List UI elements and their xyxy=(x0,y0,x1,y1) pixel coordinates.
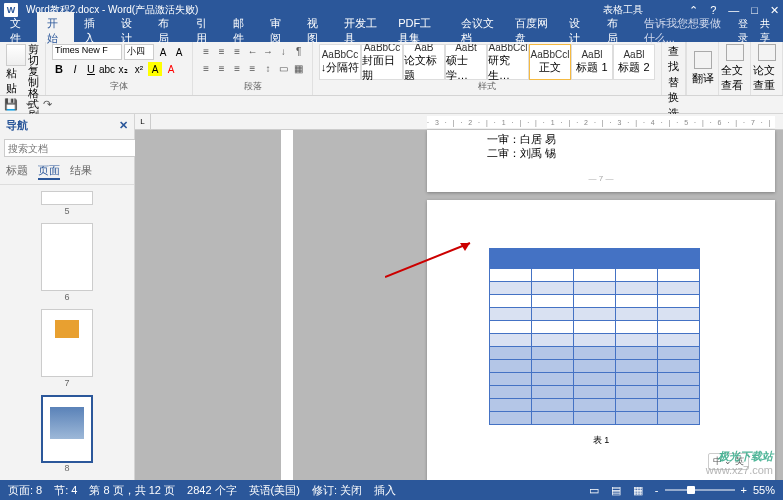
zoom-level[interactable]: 55% xyxy=(753,484,775,496)
font-size-select[interactable]: 小四 xyxy=(124,44,154,60)
borders-button[interactable]: ▦ xyxy=(292,61,306,76)
increase-font-icon[interactable]: A xyxy=(156,45,170,59)
copy-button[interactable]: 复制 xyxy=(28,66,39,88)
nav-tab-pages[interactable]: 页面 xyxy=(38,163,60,180)
page-thumb-8[interactable]: 8 xyxy=(41,395,93,463)
horizontal-ruler[interactable]: · 3 · | · 2 · | · 1 · | · | · 1 · | · 2 … xyxy=(427,116,775,128)
align-right-button[interactable]: ≡ xyxy=(230,61,244,76)
status-words[interactable]: 2842 个字 xyxy=(187,483,237,498)
decrease-font-icon[interactable]: A xyxy=(172,45,186,59)
doc-line1: 一审：白居 易 xyxy=(487,132,715,146)
restore-button[interactable]: □ xyxy=(751,4,758,17)
bold-button[interactable]: B xyxy=(52,62,66,76)
numbering-button[interactable]: ≡ xyxy=(214,44,228,59)
table-caption: 表 1 xyxy=(427,434,775,447)
increase-indent-button[interactable]: → xyxy=(261,44,275,59)
justify-button[interactable]: ≡ xyxy=(245,61,259,76)
translate-group[interactable]: 翻译 xyxy=(686,42,718,95)
page-thumb-7[interactable]: 7 xyxy=(41,309,93,377)
document-page-7[interactable]: 一审：白居 易 二审：刘禹 锡 — 7 — xyxy=(427,130,775,192)
doc-line2: 二审：刘禹 锡 xyxy=(487,146,715,160)
font-color-button[interactable]: A xyxy=(164,62,178,76)
status-pageof: 第 8 页，共 12 页 xyxy=(89,483,175,498)
signin-link[interactable]: 登录 xyxy=(738,17,753,45)
nav-tab-headings[interactable]: 标题 xyxy=(6,163,28,180)
document-table[interactable] xyxy=(489,248,700,425)
underline-button[interactable]: U xyxy=(84,62,98,76)
nav-close-icon[interactable]: ✕ xyxy=(119,119,128,132)
strike-button[interactable]: abc xyxy=(100,62,114,76)
vertical-ruler[interactable] xyxy=(281,130,293,480)
align-left-button[interactable]: ≡ xyxy=(199,61,213,76)
fullview-group[interactable]: 全文 查看 xyxy=(718,42,750,95)
line-spacing-button[interactable]: ↕ xyxy=(261,61,275,76)
view-print-icon[interactable]: ▤ xyxy=(611,484,621,497)
close-button[interactable]: ✕ xyxy=(770,4,779,17)
watermark: 极光下载站 www.xz7.com xyxy=(706,449,773,476)
cut-button[interactable]: 剪切 xyxy=(28,44,39,66)
nav-title: 导航 xyxy=(6,118,28,133)
document-page-8[interactable]: 表 1 xyxy=(427,200,775,480)
page-thumb-6[interactable]: 6 xyxy=(41,223,93,291)
ruler-corner[interactable]: L xyxy=(135,114,151,129)
view-web-icon[interactable]: ▦ xyxy=(633,484,643,497)
group-font-label: 字体 xyxy=(52,80,186,93)
find-button[interactable]: 查找 xyxy=(668,44,679,74)
qat-redo-icon[interactable]: ↷ xyxy=(43,98,52,111)
sort-button[interactable]: ↓ xyxy=(276,44,290,59)
status-track[interactable]: 修订: 关闭 xyxy=(312,483,362,498)
status-insert[interactable]: 插入 xyxy=(374,483,396,498)
decrease-indent-button[interactable]: ← xyxy=(245,44,259,59)
highlight-button[interactable]: A xyxy=(148,62,162,76)
view-read-icon[interactable]: ▭ xyxy=(589,484,599,497)
subscript-button[interactable]: x₂ xyxy=(116,62,130,76)
shading-button[interactable]: ▭ xyxy=(276,61,290,76)
nav-search-input[interactable] xyxy=(4,139,139,157)
multilevel-button[interactable]: ≡ xyxy=(230,44,244,59)
status-section: 节: 4 xyxy=(54,483,77,498)
status-lang[interactable]: 英语(美国) xyxy=(249,483,300,498)
page-thumb-5[interactable]: 5 xyxy=(41,191,93,205)
replace-button[interactable]: 替换 xyxy=(668,75,679,105)
zoom-out-button[interactable]: - xyxy=(655,484,659,496)
styles-gallery[interactable]: AaBbCc↓分隔符 AaBbCc封面日期 AaB论文标题 AaBt硕士学… A… xyxy=(319,44,655,80)
italic-button[interactable]: I xyxy=(68,62,82,76)
status-page[interactable]: 页面: 8 xyxy=(8,483,42,498)
group-paragraph-label: 段落 xyxy=(199,80,306,93)
align-center-button[interactable]: ≡ xyxy=(214,61,228,76)
share-button[interactable]: 共享 xyxy=(760,17,775,45)
nav-tab-results[interactable]: 结果 xyxy=(70,163,92,180)
show-marks-button[interactable]: ¶ xyxy=(292,44,306,59)
qat-undo-icon[interactable]: ↶ xyxy=(26,98,35,111)
bullets-button[interactable]: ≡ xyxy=(199,44,213,59)
qat-save-icon[interactable]: 💾 xyxy=(4,98,18,111)
plagiarism-group[interactable]: 论文 查重 xyxy=(750,42,782,95)
group-styles-label: 样式 xyxy=(319,80,655,93)
zoom-in-button[interactable]: + xyxy=(741,484,747,496)
zoom-slider[interactable] xyxy=(665,489,735,491)
superscript-button[interactable]: x² xyxy=(132,62,146,76)
font-family-select[interactable]: Times New F xyxy=(52,44,122,60)
